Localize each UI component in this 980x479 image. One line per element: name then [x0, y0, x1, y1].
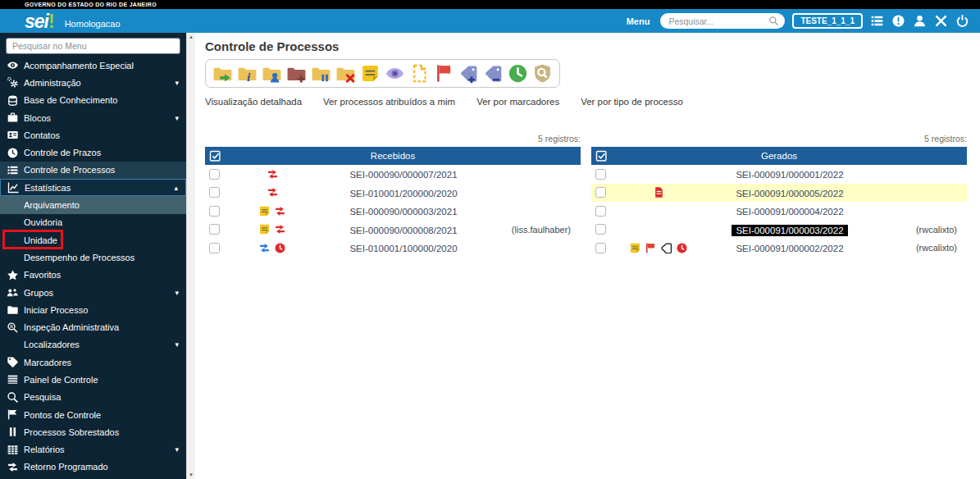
- red-return-icon[interactable]: [274, 223, 286, 235]
- sidebar-item-iniciar-processo[interactable]: Iniciar Processo: [0, 301, 186, 318]
- annotation-note-icon[interactable]: [258, 223, 271, 235]
- red-return-icon[interactable]: [267, 186, 279, 198]
- sidebar-item-marcadores[interactable]: Marcadores: [0, 354, 186, 371]
- process-info-button[interactable]: i: [236, 62, 258, 84]
- red-return-icon[interactable]: [267, 168, 279, 180]
- sidebar-item-desempenho-de-processos[interactable]: Desempenho de Processos: [0, 249, 186, 266]
- annotation-note-icon[interactable]: [258, 205, 271, 217]
- sidebar-item-ouvidoria[interactable]: Ouvidoria: [0, 214, 186, 231]
- user-unit-button[interactable]: TESTE_1_1_1: [792, 13, 863, 29]
- annotation-button[interactable]: [359, 62, 381, 84]
- include-document-icon: [409, 63, 430, 84]
- row-checkbox[interactable]: [209, 187, 220, 198]
- sidebar-item-pontos-de-controle[interactable]: Pontos de Controle: [0, 406, 186, 423]
- process-link[interactable]: SEI-000091/000001/2022: [736, 170, 843, 180]
- row-checkbox[interactable]: [209, 243, 220, 253]
- row-checkbox[interactable]: [209, 169, 220, 180]
- grid-list-icon[interactable]: [870, 14, 884, 28]
- process-link[interactable]: SEI-000090/000008/2021: [349, 226, 457, 235]
- chevron-down-icon: ▾: [175, 289, 179, 297]
- row-checkbox[interactable]: [595, 187, 606, 198]
- process-link[interactable]: SEI-000090/000003/2021: [349, 207, 457, 217]
- checkbox-checked-icon[interactable]: [595, 150, 608, 162]
- environment-label: Homologacao: [65, 19, 121, 29]
- sidebar-item-painel-de-controle[interactable]: Painel de Controle: [0, 371, 186, 388]
- user-icon[interactable]: [913, 14, 927, 28]
- remove-marker-button[interactable]: [482, 62, 504, 84]
- sidebar-item-label: Unidade: [24, 235, 57, 245]
- sidebar-item-blocos[interactable]: Blocos▾: [0, 109, 186, 126]
- sidebar-item-processos-sobrestados[interactable]: Processos Sobrestados: [0, 423, 186, 440]
- include-document-button[interactable]: [408, 62, 431, 84]
- power-icon[interactable]: [955, 14, 969, 28]
- send-process-button[interactable]: [212, 62, 234, 84]
- scroll-down-icon[interactable]: ▼: [187, 472, 195, 477]
- sidebar-item-contatos[interactable]: Contatos: [0, 126, 186, 144]
- row-checkbox[interactable]: [595, 206, 606, 217]
- sidebar-item-unidade[interactable]: Unidade: [0, 231, 186, 249]
- tools-icon[interactable]: [934, 14, 948, 28]
- deadline-button[interactable]: [507, 62, 529, 84]
- sidebar-item-localizadores[interactable]: Localizadores▾: [0, 336, 186, 354]
- checkbox-checked-icon[interactable]: [209, 150, 221, 162]
- chevron-down-icon: ▾: [175, 114, 179, 122]
- sidebar-item-retorno-programado[interactable]: Retorno Programado: [0, 458, 186, 476]
- sidebar-item-label: Retorno Programado: [24, 462, 108, 472]
- row-checkbox[interactable]: [595, 224, 606, 235]
- link-ver-por-tipo-de-processo[interactable]: Ver por tipo de processo: [581, 97, 683, 107]
- sidebar-item-grupos[interactable]: Grupos▾: [0, 284, 186, 301]
- sidebar-item-administracao[interactable]: Administração▾: [0, 74, 186, 91]
- process-link[interactable]: SEI-000091/000002/2022: [736, 244, 843, 253]
- sidebar-item-pesquisa[interactable]: Pesquisa: [0, 389, 186, 406]
- sidebar-item-estatisticas[interactable]: Estatísticas▴: [0, 179, 186, 196]
- sidebar-item-controle-de-prazos[interactable]: Controle de Prazos: [0, 144, 186, 161]
- row-checkbox[interactable]: [595, 169, 606, 180]
- sidebar-item-arquivamento[interactable]: Arquivamento: [0, 196, 186, 213]
- sidebar-item-acompanhamento-especial[interactable]: Acompanhamento Especial: [0, 57, 186, 74]
- sidebar-item-textos-padrao[interactable]: Textos Padrão: [0, 476, 186, 479]
- sidebar-item-controle-de-processos[interactable]: Controle de Processos: [0, 162, 186, 179]
- menu-button[interactable]: Menu: [627, 16, 650, 26]
- sidebar-item-base-de-conhecimento[interactable]: Base de Conhecimento: [0, 92, 186, 109]
- sidebar-scrollbar[interactable]: ▲ ▼: [186, 33, 195, 479]
- link-ver-processos-atribuidos-a-mim[interactable]: Ver processos atribuídos a mim: [323, 97, 455, 107]
- red-return-icon[interactable]: [274, 205, 286, 217]
- row-checkbox[interactable]: [595, 243, 606, 253]
- link-ver-por-marcadores[interactable]: Ver por marcadores: [476, 97, 559, 107]
- process-link[interactable]: SEI-000090/000007/2021: [349, 170, 457, 180]
- add-to-block-button[interactable]: [285, 62, 308, 84]
- process-link[interactable]: SEI-010001/200000/2020: [349, 189, 457, 198]
- process-link[interactable]: SEI-010001/100000/2020: [349, 244, 457, 253]
- search-magnifier-icon[interactable]: [768, 16, 779, 26]
- process-link[interactable]: SEI-000091/000003/2022: [732, 225, 847, 236]
- link-visualizacao-detalhada[interactable]: Visualização detalhada: [205, 97, 302, 107]
- returned-document-icon[interactable]: [653, 186, 665, 198]
- alert-icon[interactable]: [891, 14, 905, 28]
- process-number-cell: SEI-000091/000002/2022: [703, 240, 877, 255]
- row-checkbox[interactable]: [209, 206, 220, 217]
- annotation-note-icon[interactable]: [629, 242, 641, 254]
- sidebar-item-inspecao-administrativa[interactable]: Inspeção Administrativa: [0, 318, 186, 335]
- sidebar-menu: Acompanhamento EspecialAdministração▾Bas…: [0, 57, 186, 479]
- eye-icon: [7, 59, 19, 71]
- process-link[interactable]: SEI-000091/000005/2022: [736, 189, 843, 198]
- black-tag-icon[interactable]: [660, 242, 672, 254]
- process-link[interactable]: SEI-000091/000004/2022: [736, 207, 843, 217]
- red-clock-icon[interactable]: [676, 242, 688, 254]
- special-follow-up-button[interactable]: [384, 62, 406, 84]
- inspection-shield-button[interactable]: [531, 62, 554, 84]
- red-flag-icon[interactable]: [645, 242, 657, 254]
- suspend-process-button[interactable]: [310, 62, 332, 84]
- sidebar-item-favoritos[interactable]: Favoritos: [0, 267, 186, 284]
- assign-process-button[interactable]: [261, 62, 283, 84]
- red-clock-icon[interactable]: [274, 242, 286, 254]
- sidebar-item-relatorios[interactable]: Relatórios▾: [0, 441, 186, 458]
- scroll-up-icon[interactable]: ▲: [187, 34, 195, 39]
- header-search-input[interactable]: [660, 13, 785, 29]
- blue-return-icon[interactable]: [258, 242, 271, 254]
- conclude-process-button[interactable]: [335, 62, 357, 84]
- add-marker-button[interactable]: [458, 62, 480, 84]
- row-checkbox[interactable]: [209, 224, 220, 235]
- control-point-button[interactable]: [433, 62, 455, 84]
- sidebar-menu-search-input[interactable]: [6, 38, 180, 54]
